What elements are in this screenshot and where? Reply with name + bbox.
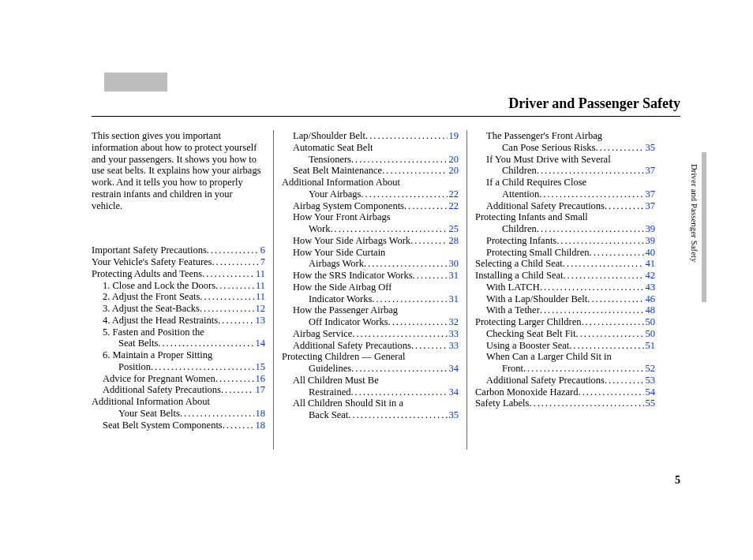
toc-page-link[interactable]: 33 bbox=[448, 340, 459, 352]
toc-entry[interactable]: Guidelines34 bbox=[282, 363, 459, 375]
toc-page-link[interactable]: 13 bbox=[254, 315, 266, 327]
toc-entry[interactable]: Using a Booster Seat51 bbox=[475, 340, 655, 352]
toc-page-link[interactable]: 53 bbox=[644, 375, 656, 386]
toc-entry[interactable]: Additional Safety Precautions17 bbox=[92, 384, 265, 396]
toc-entry[interactable]: Airbag Service33 bbox=[282, 328, 459, 340]
toc-entry: If a Child Requires Close bbox=[475, 177, 655, 189]
toc-page-link[interactable]: 22 bbox=[448, 189, 459, 200]
toc-entry[interactable]: With LATCH43 bbox=[475, 282, 655, 293]
toc-page-link[interactable]: 32 bbox=[448, 316, 459, 328]
toc-page-link[interactable]: 50 bbox=[644, 316, 656, 328]
toc-page-link[interactable]: 22 bbox=[448, 200, 459, 212]
toc-page-link[interactable]: 11 bbox=[254, 280, 265, 292]
toc-page-link[interactable]: 11 bbox=[254, 268, 265, 280]
toc-entry[interactable]: With a Lap/Shoulder Belt46 bbox=[475, 293, 655, 305]
toc-page-link[interactable]: 37 bbox=[644, 200, 656, 212]
toc-entry[interactable]: Attention37 bbox=[475, 189, 655, 200]
toc-entry[interactable]: How Your Side Airbags Work28 bbox=[282, 235, 459, 247]
toc-entry[interactable]: Carbon Monoxide Hazard54 bbox=[475, 386, 655, 398]
toc-page-link[interactable]: 42 bbox=[644, 270, 656, 282]
toc-page-link[interactable]: 19 bbox=[448, 130, 459, 142]
toc-page-link[interactable]: 18 bbox=[254, 420, 266, 431]
toc-entry[interactable]: Position15 bbox=[92, 361, 265, 373]
toc-page-link[interactable]: 33 bbox=[448, 328, 459, 340]
toc-entry[interactable]: With a Tether48 bbox=[475, 304, 655, 316]
toc-page-link[interactable]: 28 bbox=[448, 235, 459, 247]
toc-entry[interactable]: Your Airbags22 bbox=[282, 189, 459, 200]
toc-page-link[interactable]: 30 bbox=[448, 258, 459, 270]
toc-page-link[interactable]: 31 bbox=[448, 293, 459, 305]
toc-entry[interactable]: Children39 bbox=[475, 223, 655, 235]
toc-page-link[interactable]: 37 bbox=[644, 165, 656, 177]
toc-page-link[interactable]: 39 bbox=[644, 235, 656, 247]
toc-page-link[interactable]: 31 bbox=[448, 270, 459, 282]
toc-entry[interactable]: Back Seat35 bbox=[282, 409, 459, 421]
toc-entry[interactable]: Work25 bbox=[282, 223, 459, 235]
toc-page-link[interactable]: 15 bbox=[254, 361, 266, 373]
toc-entry[interactable]: Front52 bbox=[475, 363, 655, 375]
toc-page-link[interactable]: 54 bbox=[644, 386, 656, 398]
toc-entry[interactable]: 4. Adjust the Head Restraints13 bbox=[92, 315, 265, 327]
toc-entry[interactable]: 3. Adjust the Seat-Backs12 bbox=[92, 303, 265, 315]
toc-page-link[interactable]: 6 bbox=[259, 245, 265, 256]
toc-entry[interactable]: Protecting Small Children40 bbox=[475, 247, 655, 259]
toc-entry[interactable]: Airbag System Components22 bbox=[282, 200, 459, 212]
toc-entry[interactable]: Protecting Infants39 bbox=[475, 235, 655, 247]
toc-page-link[interactable]: 52 bbox=[644, 363, 656, 375]
toc-entry[interactable]: Safety Labels55 bbox=[475, 398, 655, 409]
toc-entry[interactable]: Seat Belt System Components18 bbox=[92, 420, 265, 431]
toc-entry[interactable]: Protecting Larger Children50 bbox=[475, 316, 655, 328]
toc-entry[interactable]: Protecting Adults and Teens11 bbox=[92, 268, 265, 280]
toc-leader bbox=[351, 363, 447, 375]
toc-entry[interactable]: Installing a Child Seat42 bbox=[475, 270, 655, 282]
toc-page-link[interactable]: 16 bbox=[254, 373, 266, 385]
toc-page-link[interactable]: 46 bbox=[644, 293, 656, 305]
toc-entry[interactable]: Off Indicator Works32 bbox=[282, 316, 459, 328]
toc-page-link[interactable]: 35 bbox=[448, 409, 459, 421]
toc-entry[interactable]: Additional Safety Precautions33 bbox=[282, 340, 459, 352]
toc-entry[interactable]: Airbags Work30 bbox=[282, 258, 459, 270]
toc-entry[interactable]: Important Safety Precautions6 bbox=[92, 245, 265, 256]
toc-page-link[interactable]: 18 bbox=[254, 408, 266, 420]
toc-entry[interactable]: Your Seat Belts18 bbox=[92, 408, 265, 420]
toc-leader bbox=[540, 304, 644, 316]
toc-entry[interactable]: How the SRS Indicator Works31 bbox=[282, 270, 459, 282]
toc-entry[interactable]: Additional Safety Precautions37 bbox=[475, 200, 655, 212]
toc-entry[interactable]: Tensioners20 bbox=[282, 154, 459, 166]
toc-entry[interactable]: Additional Safety Precautions53 bbox=[475, 375, 655, 386]
toc-entry[interactable]: 2. Adjust the Front Seats11 bbox=[92, 291, 265, 303]
toc-page-link[interactable]: 37 bbox=[644, 189, 656, 200]
toc-entry[interactable]: Selecting a Child Seat41 bbox=[475, 258, 655, 270]
toc-page-link[interactable]: 43 bbox=[644, 282, 656, 293]
toc-page-link[interactable]: 51 bbox=[644, 340, 656, 352]
toc-page-link[interactable]: 17 bbox=[254, 384, 266, 396]
toc-page-link[interactable]: 14 bbox=[254, 338, 266, 349]
toc-page-link[interactable]: 48 bbox=[644, 304, 656, 316]
toc-entry[interactable]: Seat Belts14 bbox=[92, 338, 265, 349]
toc-entry[interactable]: Restrained34 bbox=[282, 386, 459, 398]
toc-page-link[interactable]: 39 bbox=[644, 223, 656, 235]
toc-leader bbox=[215, 373, 254, 385]
toc-entry[interactable]: Checking Seat Belt Fit50 bbox=[475, 328, 655, 340]
toc-page-link[interactable]: 20 bbox=[448, 165, 459, 177]
toc-entry[interactable]: Your Vehicle's Safety Features7 bbox=[92, 256, 265, 268]
toc-page-link[interactable]: 41 bbox=[644, 258, 656, 270]
toc-page-link[interactable]: 12 bbox=[254, 303, 266, 315]
toc-page-link[interactable]: 34 bbox=[448, 386, 459, 398]
toc-entry[interactable]: 1. Close and Lock the Doors11 bbox=[92, 280, 265, 292]
toc-entry[interactable]: Can Pose Serious Risks35 bbox=[475, 142, 655, 154]
toc-page-link[interactable]: 7 bbox=[259, 256, 265, 268]
toc-page-link[interactable]: 11 bbox=[254, 291, 265, 303]
toc-page-link[interactable]: 25 bbox=[448, 223, 459, 235]
toc-page-link[interactable]: 55 bbox=[644, 398, 656, 409]
toc-entry[interactable]: Advice for Pregnant Women16 bbox=[92, 373, 265, 385]
toc-entry[interactable]: Seat Belt Maintenance20 bbox=[282, 165, 459, 177]
toc-page-link[interactable]: 20 bbox=[448, 154, 459, 166]
toc-page-link[interactable]: 34 bbox=[448, 363, 459, 375]
toc-page-link[interactable]: 35 bbox=[644, 142, 656, 154]
toc-page-link[interactable]: 50 bbox=[644, 328, 656, 340]
toc-page-link[interactable]: 40 bbox=[644, 247, 656, 259]
toc-entry[interactable]: Children37 bbox=[475, 165, 655, 177]
toc-entry[interactable]: Indicator Works31 bbox=[282, 293, 459, 305]
toc-entry[interactable]: Lap/Shoulder Belt19 bbox=[282, 130, 459, 142]
